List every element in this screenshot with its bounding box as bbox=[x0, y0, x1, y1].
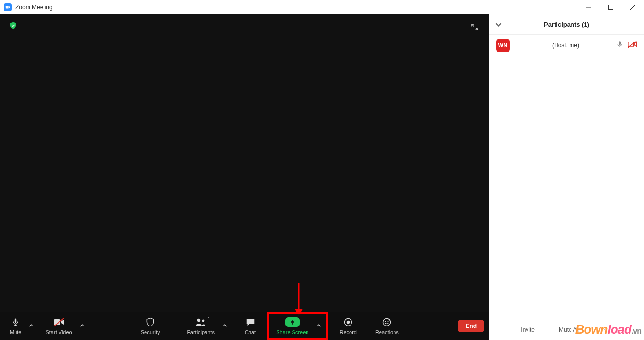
mute-options-caret[interactable] bbox=[26, 323, 37, 329]
chat-button[interactable]: Chat bbox=[240, 313, 261, 339]
security-label: Security bbox=[141, 329, 160, 335]
maximize-button[interactable] bbox=[600, 0, 622, 14]
participant-video-off-icon bbox=[628, 41, 637, 50]
collapse-panel-caret[interactable] bbox=[495, 21, 502, 30]
zoom-app-icon bbox=[4, 3, 12, 11]
video-off-icon bbox=[53, 317, 65, 327]
svg-point-16 bbox=[385, 321, 386, 322]
participant-row[interactable]: WN (Host, me) bbox=[489, 35, 644, 56]
participants-panel-title: Participants (1) bbox=[544, 21, 589, 28]
minimize-button[interactable] bbox=[577, 0, 600, 14]
invite-button[interactable]: Invite bbox=[521, 326, 535, 333]
reactions-label: Reactions bbox=[375, 329, 399, 335]
participants-options-caret[interactable] bbox=[220, 323, 230, 329]
participants-icon: 1 bbox=[195, 317, 206, 327]
chat-label: Chat bbox=[245, 329, 256, 335]
window-controls bbox=[577, 0, 644, 14]
more-options-button[interactable] bbox=[604, 326, 613, 334]
mute-all-button[interactable]: Mute All bbox=[559, 326, 580, 333]
video-area: Mute Start Video Security bbox=[0, 14, 489, 340]
participants-button[interactable]: 1 Participants bbox=[182, 313, 219, 339]
end-button[interactable]: End bbox=[458, 320, 484, 332]
encryption-shield-icon[interactable] bbox=[9, 21, 17, 30]
record-button[interactable]: Record bbox=[335, 313, 361, 339]
participant-avatar: WN bbox=[496, 39, 510, 52]
titlebar: Zoom Meeting bbox=[0, 0, 644, 14]
fullscreen-icon[interactable] bbox=[469, 21, 481, 33]
share-screen-label: Share Screen bbox=[276, 329, 308, 335]
annotation-arrow bbox=[295, 283, 303, 316]
participants-label: Participants bbox=[187, 329, 214, 335]
share-screen-button[interactable]: Share Screen bbox=[271, 313, 313, 339]
participant-mic-icon bbox=[616, 41, 624, 50]
svg-point-20 bbox=[604, 328, 605, 329]
svg-point-14 bbox=[347, 321, 350, 324]
record-label: Record bbox=[339, 329, 356, 335]
shield-icon bbox=[146, 317, 155, 327]
video-options-caret[interactable] bbox=[77, 323, 88, 329]
svg-point-12 bbox=[202, 320, 205, 322]
share-screen-highlight: Share Screen bbox=[267, 312, 328, 340]
chat-icon bbox=[245, 317, 256, 327]
mute-button[interactable]: Mute bbox=[5, 313, 26, 339]
record-icon bbox=[343, 317, 353, 327]
meeting-toolbar: Mute Start Video Security bbox=[0, 312, 489, 340]
reactions-button[interactable]: Reactions bbox=[370, 313, 404, 339]
start-video-label: Start Video bbox=[45, 329, 72, 335]
svg-point-21 bbox=[607, 328, 609, 329]
share-screen-icon bbox=[285, 317, 300, 327]
share-options-caret[interactable] bbox=[313, 323, 324, 329]
participant-label: (Host, me) bbox=[515, 42, 616, 49]
svg-point-17 bbox=[388, 321, 389, 322]
mute-label: Mute bbox=[10, 329, 21, 335]
svg-rect-0 bbox=[6, 6, 9, 8]
window-title: Zoom Meeting bbox=[15, 4, 53, 11]
participants-header: Participants (1) bbox=[489, 14, 644, 35]
end-label: End bbox=[466, 323, 477, 329]
participants-footer: Invite Mute All bbox=[489, 319, 644, 340]
svg-point-22 bbox=[611, 328, 612, 329]
participants-count-badge: 1 bbox=[207, 316, 210, 322]
participants-panel: Participants (1) WN (Host, me) Invite Mu… bbox=[489, 14, 644, 340]
start-video-button[interactable]: Start Video bbox=[41, 313, 76, 339]
svg-point-11 bbox=[197, 319, 200, 322]
security-button[interactable]: Security bbox=[136, 313, 165, 339]
close-button[interactable] bbox=[622, 0, 644, 14]
svg-rect-2 bbox=[609, 5, 613, 9]
microphone-icon bbox=[11, 317, 20, 327]
reactions-icon bbox=[382, 317, 392, 327]
